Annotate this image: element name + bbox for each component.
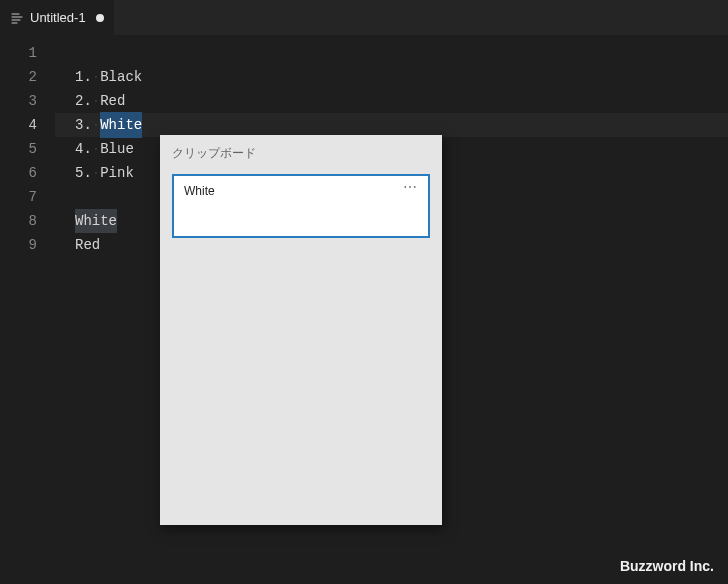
tab-bar: Untitled-1	[0, 0, 728, 35]
clipboard-title: クリップボード	[160, 135, 442, 170]
whitespace-dot-icon: ·	[92, 113, 100, 137]
line-number: 3	[0, 89, 55, 113]
line-number: 5	[0, 137, 55, 161]
list-prefix: 1.	[75, 65, 92, 89]
tab-untitled[interactable]: Untitled-1	[0, 0, 115, 35]
modified-dot-icon	[96, 14, 104, 22]
line-number: 1	[0, 41, 55, 65]
whitespace-dot-icon: ·	[92, 161, 100, 185]
list-prefix: 4.	[75, 137, 92, 161]
code-line[interactable]	[55, 41, 728, 65]
code-text: Red	[75, 233, 100, 257]
code-text: Red	[100, 89, 125, 113]
file-lines-icon	[10, 11, 24, 25]
line-number-gutter: 123456789	[0, 35, 55, 584]
code-text: Black	[100, 65, 142, 89]
tab-title: Untitled-1	[30, 10, 86, 25]
list-prefix: 5.	[75, 161, 92, 185]
code-line[interactable]: 2.·Red	[55, 89, 728, 113]
list-prefix: 3.	[75, 113, 92, 137]
clipboard-panel: クリップボード White ⋯	[160, 135, 442, 525]
code-text: Pink	[100, 161, 134, 185]
code-text: Blue	[100, 137, 134, 161]
code-line[interactable]: 3.·White	[55, 113, 728, 137]
code-text: White	[75, 209, 117, 233]
whitespace-dot-icon: ·	[92, 137, 100, 161]
list-prefix: 2.	[75, 89, 92, 113]
whitespace-dot-icon: ·	[92, 65, 100, 89]
line-number: 7	[0, 185, 55, 209]
code-line[interactable]: 1.·Black	[55, 65, 728, 89]
clipboard-item-text: White	[184, 184, 215, 198]
line-number: 9	[0, 233, 55, 257]
line-number: 4	[0, 113, 55, 137]
whitespace-dot-icon: ·	[92, 89, 100, 113]
line-number: 2	[0, 65, 55, 89]
code-text: White	[100, 112, 142, 138]
ellipsis-icon[interactable]: ⋯	[403, 180, 418, 194]
line-number: 8	[0, 209, 55, 233]
watermark: Buzzword Inc.	[620, 558, 714, 574]
clipboard-item[interactable]: White ⋯	[172, 174, 430, 238]
line-number: 6	[0, 161, 55, 185]
